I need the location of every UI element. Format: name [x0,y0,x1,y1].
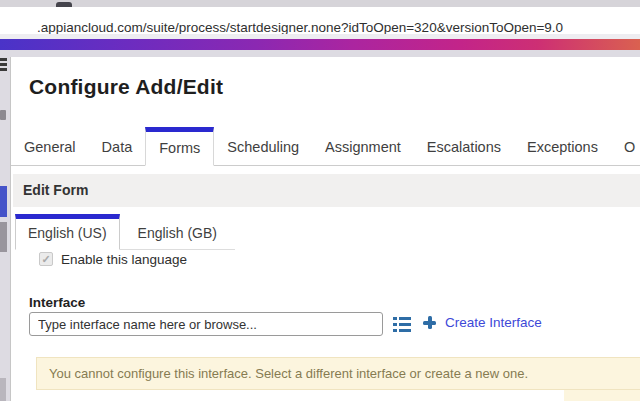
configure-dialog: Configure Add/Edit General Data Forms Sc… [10,57,640,401]
dialog-tab-bar: General Data Forms Scheduling Assignment… [11,127,640,166]
page-title: Configure Add/Edit [29,75,223,99]
background-menu-icon [0,58,7,71]
tab-english-us[interactable]: English (US) [15,214,120,250]
browser-url-bar[interactable]: .appiancloud.com/suite/process/startdesi… [0,7,640,34]
tab-other-cutoff[interactable]: O [611,131,640,165]
brand-gradient-bar [0,39,640,50]
tab-data[interactable]: Data [89,131,146,165]
enable-language-row: ✓ Enable this language [39,250,187,268]
warning-banner-overflow [564,390,640,401]
browser-top-strip [0,0,640,7]
enable-language-checkbox[interactable]: ✓ [39,252,53,266]
background-text-fragment [0,110,6,120]
warning-banner: You cannot configure this interface. Sel… [36,357,640,390]
create-interface-link[interactable]: Create Interface [423,315,542,330]
tab-exceptions[interactable]: Exceptions [514,131,611,165]
background-grey-fragment [0,222,7,252]
tab-scheduling[interactable]: Scheduling [214,131,312,165]
check-icon: ✓ [41,253,50,265]
background-scroll-fragment [0,378,6,401]
browse-list-icon[interactable] [393,316,411,332]
tab-escalations[interactable]: Escalations [414,131,514,165]
enable-language-label: Enable this language [61,252,187,267]
tab-english-gb[interactable]: English (GB) [120,218,235,249]
tab-forms[interactable]: Forms [145,127,214,166]
tab-assignment[interactable]: Assignment [312,131,414,165]
language-tab-bar: English (US) English (GB) [15,214,235,250]
interface-field-label: Interface [29,295,85,310]
create-interface-label: Create Interface [445,315,542,330]
plus-icon [423,316,436,329]
background-blue-fragment [0,186,7,217]
section-title: Edit Form [23,174,88,207]
edit-form-section-header: Edit Form [13,174,640,207]
interface-input[interactable] [29,312,383,336]
tab-general[interactable]: General [11,131,89,165]
